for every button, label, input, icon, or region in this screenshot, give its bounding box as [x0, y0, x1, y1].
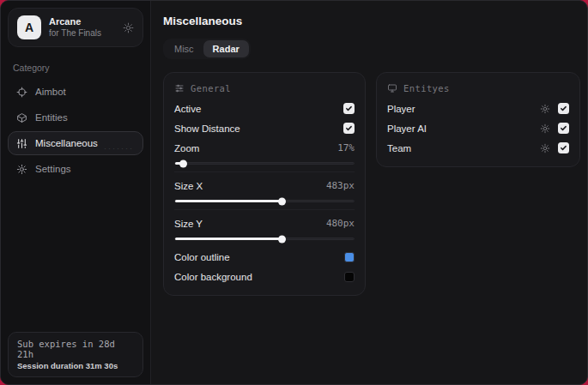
slider-thumb[interactable]: [278, 235, 286, 243]
slider-fill: [175, 162, 184, 165]
entities-card-header: Entityes: [387, 80, 569, 99]
divider: [174, 209, 355, 210]
setting-label: Zoom: [174, 143, 199, 153]
zoom-value: 17%: [337, 142, 355, 153]
player-ai-checkbox[interactable]: [558, 123, 569, 134]
size-x-slider[interactable]: [174, 197, 355, 205]
player-gear-icon[interactable]: [540, 104, 550, 114]
sidebar-item-label: Entities: [35, 112, 68, 123]
entity-controls: [540, 142, 569, 153]
app-title: Arcane: [49, 16, 115, 28]
setting-row-color-background: Color background: [174, 267, 355, 286]
sidebar-spacer: [1, 184, 150, 325]
setting-label: Size Y: [174, 219, 203, 229]
setting-label: Size X: [174, 181, 203, 191]
entity-controls: [540, 123, 569, 134]
slider-track: [174, 162, 355, 165]
slider-thumb[interactable]: [278, 197, 286, 205]
show-distance-checkbox[interactable]: [343, 123, 355, 134]
color-outline-swatch[interactable]: [344, 252, 355, 262]
setting-row-active: Active: [174, 99, 355, 118]
entities-card-title: Entityes: [403, 83, 450, 93]
slider-track: [174, 200, 355, 202]
slider-fill: [175, 200, 282, 202]
slider-thumb[interactable]: [179, 159, 187, 167]
entity-label: Player: [387, 104, 415, 114]
setting-label: Show Distance: [174, 123, 240, 134]
setting-label: Color background: [174, 272, 252, 282]
general-card-title: General: [191, 83, 231, 93]
subscription-card: Sub expires in 28d 21h Session duration …: [8, 332, 143, 377]
sidebar: A Arcane for The Finals Category: [1, 1, 151, 384]
session-duration-text: Session duration 31m 30s: [17, 361, 134, 370]
sliders-icon: [16, 138, 27, 149]
gear-icon: [16, 164, 27, 175]
setting-row-zoom: Zoom 17%: [174, 138, 355, 158]
general-card: General Active Show Distance Zoom: [163, 72, 366, 296]
crosshair-icon: [16, 87, 27, 98]
sidebar-item-miscellaneous[interactable]: Miscellaneous ·······: [8, 131, 143, 155]
setting-row-size-x: Size X 483px: [174, 176, 355, 196]
category-label: Category: [13, 63, 138, 73]
entity-row-player: Player: [387, 99, 569, 118]
zoom-slider[interactable]: [174, 159, 355, 167]
brand-text: Arcane for The Finals: [49, 16, 115, 39]
sidebar-item-label: Miscellaneous: [35, 138, 98, 148]
setting-row-show-distance: Show Distance: [174, 118, 355, 138]
general-card-header: General: [174, 80, 355, 99]
sub-expiry-text: Sub expires in 28d 21h: [17, 339, 134, 359]
sidebar-item-aimbot[interactable]: Aimbot: [8, 80, 143, 104]
page-title: Miscellaneous: [163, 15, 580, 27]
setting-row-size-y: Size Y 480px: [174, 214, 355, 233]
box-icon: [16, 112, 27, 123]
app-window: A Arcane for The Finals Category: [0, 0, 588, 385]
team-checkbox[interactable]: [558, 142, 569, 153]
account-card[interactable]: A Arcane for The Finals: [8, 8, 143, 47]
general-icon: [174, 83, 185, 93]
entities-card: Entityes Player: [376, 72, 580, 167]
sidebar-item-label: Aimbot: [35, 87, 66, 97]
size-y-value: 480px: [326, 218, 355, 229]
entity-row-player-ai: Player AI: [387, 118, 569, 138]
active-checkbox[interactable]: [343, 103, 355, 114]
entity-controls: [540, 103, 569, 114]
color-background-swatch[interactable]: [344, 272, 355, 282]
size-x-value: 483px: [326, 180, 355, 191]
setting-label: Active: [174, 104, 201, 114]
account-gear-icon[interactable]: [123, 22, 134, 33]
slider-fill: [175, 238, 282, 240]
divider: [174, 171, 355, 172]
team-gear-icon[interactable]: [540, 143, 550, 153]
app-subtitle: for The Finals: [49, 28, 115, 39]
sidebar-nav: Aimbot Entities Miscel: [1, 76, 150, 184]
player-checkbox[interactable]: [558, 103, 569, 114]
size-y-slider[interactable]: [174, 235, 355, 243]
sidebar-item-settings[interactable]: Settings: [8, 157, 143, 181]
cards-row: General Active Show Distance Zoom: [163, 72, 580, 296]
selected-item-dots: ·······: [104, 144, 134, 153]
app-logo: A: [17, 15, 41, 39]
entity-row-team: Team: [387, 138, 569, 158]
setting-row-color-outline: Color outline: [174, 247, 355, 267]
entity-label: Team: [387, 143, 411, 153]
sidebar-item-label: Settings: [35, 164, 71, 174]
entity-label: Player AI: [387, 123, 427, 134]
main-panel: Miscellaneous Misc Radar Gene: [151, 1, 588, 384]
tab-radar[interactable]: Radar: [203, 40, 249, 57]
tab-misc[interactable]: Misc: [165, 40, 203, 57]
player-ai-gear-icon[interactable]: [540, 123, 550, 134]
slider-track: [174, 238, 355, 240]
setting-label: Color outline: [174, 252, 230, 262]
monitor-icon: [387, 83, 397, 93]
tab-bar: Misc Radar: [163, 39, 251, 59]
sidebar-item-entities[interactable]: Entities: [8, 105, 143, 129]
